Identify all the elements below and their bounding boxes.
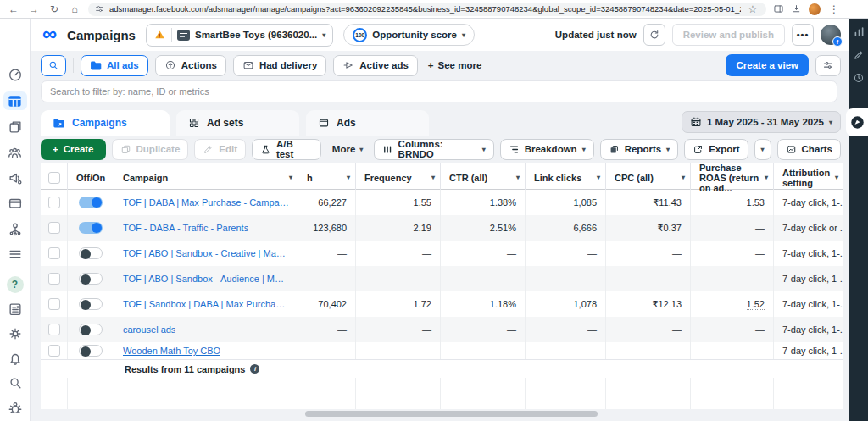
column-header-ctr[interactable]: CTR (all) ▾ (441, 163, 526, 193)
business-assets-icon[interactable] (4, 220, 26, 237)
table-row[interactable]: TOF - DABA - Traffic - Parents 123,680 2… (41, 215, 843, 241)
duplicate-button[interactable]: Duplicate (112, 139, 189, 160)
updates-news-icon[interactable] (4, 301, 26, 318)
campaign-toggle[interactable] (79, 298, 103, 310)
site-settings-icon[interactable] (95, 4, 104, 14)
meta-logo-icon[interactable]: ∞ (42, 24, 57, 44)
scrollbar-thumb[interactable] (305, 411, 598, 417)
horizontal-scrollbar[interactable] (41, 410, 843, 418)
campaign-toggle[interactable] (79, 247, 103, 259)
info-icon[interactable]: i (250, 364, 259, 374)
column-header-reach[interactable]: h ▾ (298, 163, 356, 193)
table-row[interactable]: TOF | ABO | Sandbox - Creative | Max Pur… (41, 241, 843, 266)
campaign-toggle[interactable] (79, 222, 103, 234)
user-avatar[interactable] (821, 25, 841, 45)
bookmark-star-icon[interactable]: ☆ (746, 3, 760, 16)
history-clock-icon[interactable] (853, 72, 865, 84)
export-button[interactable]: Export (684, 139, 748, 160)
breakdown-dropdown[interactable]: Breakdown ▾ (500, 139, 594, 160)
ab-test-button[interactable]: A/B test (252, 139, 321, 160)
row-checkbox[interactable] (48, 298, 60, 310)
campaign-name-link[interactable]: TOF - DABA - Traffic - Parents (123, 223, 248, 233)
back-icon[interactable]: ← (7, 3, 20, 16)
column-header-link-clicks[interactable]: Link clicks ▾ (526, 163, 606, 193)
export-options-caret[interactable]: ▾ (754, 139, 771, 160)
guidance-flyout-tab[interactable] (846, 108, 868, 136)
row-checkbox[interactable] (48, 273, 60, 285)
create-a-view-button[interactable]: Create a view (726, 54, 809, 76)
column-header-purchase-roas[interactable]: Purchase ROAS (return on ad... ▾ (691, 163, 774, 193)
ads-megaphone-icon[interactable] (4, 169, 26, 186)
edit-panel-icon[interactable] (853, 49, 865, 61)
settings-gear-icon[interactable] (4, 325, 26, 342)
audiences-icon[interactable] (4, 144, 26, 161)
filter-had-delivery[interactable]: Had delivery (233, 55, 326, 76)
view-settings-button[interactable] (815, 55, 841, 76)
campaign-toggle[interactable] (79, 345, 103, 357)
create-button[interactable]: + Create (41, 139, 106, 160)
row-checkbox[interactable] (48, 247, 60, 259)
campaign-toggle[interactable] (79, 273, 103, 285)
campaign-name-link[interactable]: TOF | ABO | Sandbox - Audience | Max Pur… (123, 274, 289, 284)
ads-manager-icon[interactable] (3, 91, 27, 110)
tab-campaigns[interactable]: Campaigns (41, 110, 170, 136)
campaign-name-link[interactable]: Wooden Math Toy CBO (123, 346, 220, 356)
campaign-name-link[interactable]: carousel ads (123, 324, 175, 335)
download-icon[interactable] (791, 3, 802, 14)
select-all-checkbox[interactable] (48, 172, 60, 184)
insights-chart-icon[interactable] (853, 25, 865, 38)
filter-active-ads[interactable]: Active ads (333, 55, 418, 76)
row-checkbox[interactable] (48, 345, 60, 357)
columns-dropdown[interactable]: Columns: BRNDO ▾ (374, 139, 493, 160)
all-tools-menu-icon[interactable] (4, 246, 26, 263)
column-header-frequency[interactable]: Frequency ▾ (356, 163, 441, 193)
column-header-attribution[interactable]: Attribution setting ▾ (774, 163, 843, 193)
row-checkbox[interactable] (48, 222, 60, 234)
date-range-picker[interactable]: 1 May 2025 - 31 May 2025 ▾ (682, 111, 841, 133)
review-and-publish-button[interactable]: Review and publish (672, 24, 785, 46)
ad-account-selector[interactable]: SmartBee Toys (9636020... ▾ (146, 24, 333, 47)
table-row[interactable]: carousel ads — — — — — — 7-day click, 1-… (41, 317, 843, 342)
search-filter-button[interactable] (41, 55, 66, 76)
browser-profile-avatar[interactable] (809, 3, 821, 15)
tab-ads[interactable]: Ads (306, 110, 429, 136)
column-header-cpc[interactable]: CPC (all) ▾ (606, 163, 691, 193)
campaign-name-link[interactable]: TOF | Sandbox | DABA | Max Purchase - Ca… (123, 299, 289, 309)
table-row[interactable]: Wooden Math Toy CBO — — — — — — 7-day cl… (41, 342, 843, 359)
home-icon[interactable]: ⌂ (68, 3, 81, 16)
edit-button[interactable]: Edit (194, 139, 246, 160)
opportunity-score-button[interactable]: 100 Opportunity score ▾ (343, 24, 475, 46)
help-icon[interactable]: ? (7, 276, 24, 293)
column-header-campaign[interactable]: Campaign ▾ (114, 163, 298, 193)
campaign-name-link[interactable]: TOF | DABA | Max Purchase - Campaign (123, 197, 289, 208)
more-options-button[interactable]: ••• (792, 24, 814, 46)
row-checkbox[interactable] (48, 324, 60, 335)
address-bar[interactable]: adsmanager.facebook.com/adsmanager/manag… (88, 3, 766, 16)
pages-icon[interactable] (4, 119, 26, 136)
charts-button[interactable]: Charts (777, 139, 841, 160)
reload-icon[interactable]: ↻ (47, 3, 61, 16)
search-sidebar-icon[interactable] (4, 374, 26, 391)
filter-all-ads[interactable]: All ads (81, 55, 148, 76)
see-more-filters-button[interactable]: + See more (425, 60, 486, 70)
campaign-toggle[interactable] (79, 197, 103, 208)
side-panel-icon[interactable] (773, 3, 784, 14)
forward-icon[interactable]: → (27, 3, 41, 16)
row-checkbox[interactable] (48, 197, 60, 208)
tab-ad-sets[interactable]: Ad sets (176, 110, 299, 136)
table-row[interactable]: TOF | Sandbox | DABA | Max Purchase - Ca… (41, 291, 843, 317)
table-row[interactable]: TOF | DABA | Max Purchase - Campaign 66,… (41, 190, 843, 215)
reports-dropdown[interactable]: Reports ▾ (600, 139, 678, 160)
table-row[interactable]: TOF | ABO | Sandbox - Audience | Max Pur… (41, 266, 843, 291)
more-dropdown[interactable]: More ▾ (327, 144, 369, 154)
search-input[interactable] (41, 80, 837, 102)
campaign-name-link[interactable]: TOF | ABO | Sandbox - Creative | Max Pur… (123, 248, 289, 258)
browser-menu-icon[interactable]: ⋮ (827, 3, 841, 16)
notifications-bell-icon[interactable] (4, 350, 26, 367)
billing-icon[interactable] (4, 195, 26, 212)
refresh-button[interactable] (643, 24, 665, 46)
filter-actions[interactable]: Actions (155, 55, 226, 76)
campaign-toggle[interactable] (79, 324, 103, 335)
account-overview-icon[interactable] (4, 66, 26, 83)
report-bug-icon[interactable] (4, 399, 26, 416)
